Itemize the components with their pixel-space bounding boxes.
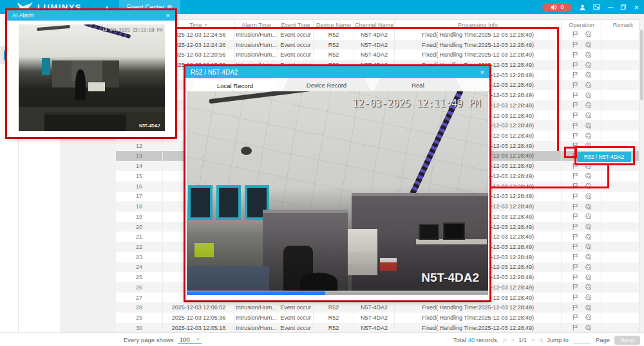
flag-icon[interactable]	[572, 284, 579, 291]
minimize-button[interactable]: —	[607, 5, 613, 10]
cell-operation	[562, 313, 602, 323]
flag-icon[interactable]	[572, 102, 579, 109]
flag-icon[interactable]	[572, 233, 579, 241]
cell-index: 24	[116, 262, 163, 273]
annotation-box-ai-alarm: AI Alarm × 12-03-2025 12:12:00 PM N5T-4D…	[5, 8, 177, 139]
sort-desc-icon[interactable]: ▼	[204, 23, 208, 27]
close-button[interactable]: ×	[634, 3, 639, 12]
record-film-icon[interactable]	[585, 284, 592, 291]
record-film-icon[interactable]	[585, 92, 592, 99]
record-film-icon[interactable]	[585, 274, 592, 281]
osd-timestamp: 12-03-2025 12:12:00 PM	[102, 27, 162, 32]
cell-remark	[602, 293, 644, 303]
close-icon[interactable]: ×	[166, 12, 170, 19]
first-page-button[interactable]: |<	[503, 337, 507, 343]
flag-icon[interactable]	[572, 31, 579, 38]
flag-icon[interactable]	[572, 92, 579, 99]
flag-icon[interactable]	[572, 112, 579, 119]
flag-icon[interactable]	[572, 213, 579, 220]
record-film-icon[interactable]	[585, 172, 592, 179]
record-film-icon[interactable]	[585, 264, 592, 271]
record-film-icon[interactable]	[585, 71, 592, 78]
cell-processing-info: Fixed( Handling Time:2025-12-03 12:28:49…	[395, 323, 562, 333]
alarm-counter-badge[interactable]: 0	[542, 3, 572, 12]
jump-button[interactable]: Jump	[614, 336, 640, 345]
flag-icon[interactable]	[572, 314, 579, 321]
close-icon[interactable]: ×	[480, 69, 484, 76]
ai-alarm-titlebar[interactable]: AI Alarm ×	[7, 10, 175, 21]
record-film-icon[interactable]	[585, 82, 592, 89]
record-film-icon[interactable]	[585, 213, 592, 220]
flag-icon[interactable]	[572, 253, 579, 260]
flag-icon[interactable]	[572, 82, 579, 89]
record-film-icon[interactable]	[585, 223, 592, 230]
record-film-icon[interactable]	[585, 294, 592, 301]
record-film-icon[interactable]	[585, 51, 592, 59]
next-page-button[interactable]: >	[531, 337, 534, 343]
flag-icon[interactable]	[572, 294, 579, 301]
tab-local-record[interactable]: Local Record	[191, 78, 279, 92]
record-film-icon[interactable]	[585, 193, 592, 200]
cell-event-type: Event occur	[278, 40, 314, 50]
record-film-icon[interactable]	[585, 112, 592, 119]
cell-remark	[602, 50, 644, 60]
flag-icon[interactable]	[572, 41, 579, 48]
prev-page-button[interactable]: <	[511, 337, 514, 343]
jump-page-input[interactable]	[573, 336, 591, 343]
video-player[interactable]: 12-03-2025 12:11:49 PM N5T-4DA2	[187, 91, 488, 291]
record-film-icon[interactable]	[585, 102, 592, 109]
cell-alarm-type: Intrusion/Hum...	[235, 30, 278, 40]
table-row[interactable]: 30 2025-12-03 12:05:18 Intrusion/Hum... …	[116, 323, 644, 333]
flag-icon[interactable]	[572, 304, 579, 311]
table-scrollbar[interactable]	[639, 19, 644, 332]
cell-processing-info: Fixed( Handling Time:2025-12-03 12:28:49…	[395, 302, 562, 313]
flag-icon[interactable]	[572, 122, 579, 129]
restore-button[interactable]	[620, 4, 627, 10]
record-film-icon[interactable]	[585, 324, 592, 331]
flag-icon[interactable]	[572, 193, 579, 200]
flag-icon[interactable]	[572, 62, 579, 69]
window-frame	[42, 58, 50, 75]
flag-icon[interactable]	[572, 264, 579, 271]
flag-icon[interactable]	[572, 71, 579, 78]
jump-to-label: Jump to	[547, 336, 569, 343]
flag-icon[interactable]	[572, 223, 579, 230]
record-film-icon[interactable]	[585, 122, 592, 129]
flag-icon[interactable]	[572, 243, 579, 250]
record-film-icon[interactable]	[585, 41, 592, 48]
record-film-icon[interactable]	[585, 304, 592, 311]
table-row[interactable]: 2 2025-12-03 12:24:26 Intrusion/Hum... E…	[116, 40, 644, 50]
record-film-icon[interactable]	[585, 132, 592, 140]
record-film-icon[interactable]	[585, 314, 592, 321]
flag-icon[interactable]	[572, 203, 579, 210]
cell-processing-info: Fixed( Handling Time:2025-12-03 12:28:49…	[395, 40, 562, 50]
flag-icon[interactable]	[572, 324, 579, 331]
scrollbar-thumb[interactable]	[640, 30, 643, 100]
table-row[interactable]: 1 2025-12-03 12:24:56 Intrusion/Hum... E…	[116, 30, 644, 40]
record-film-icon[interactable]	[585, 31, 592, 38]
page-size-select[interactable]: 100 ▼	[178, 336, 202, 344]
flag-icon[interactable]	[572, 274, 579, 281]
record-film-icon[interactable]	[585, 253, 592, 260]
record-film-icon[interactable]	[585, 243, 592, 250]
tab-device-record[interactable]: Device Record	[282, 78, 371, 91]
flag-icon[interactable]	[572, 51, 579, 59]
user-icon[interactable]	[579, 4, 586, 11]
table-row[interactable]: 28 2025-12-03 12:06:02 Intrusion/Hum... …	[116, 302, 644, 313]
table-row[interactable]: 3 2025-12-03 12:20:56 Intrusion/Hum... E…	[116, 50, 644, 60]
tab-real[interactable]: Real	[374, 78, 462, 91]
flag-icon[interactable]	[572, 132, 579, 140]
playback-progress-bar[interactable]	[187, 291, 488, 295]
last-page-button[interactable]: >|	[538, 337, 542, 343]
table-row[interactable]: 29 2025-12-03 12:05:36 Intrusion/Hum... …	[116, 313, 644, 323]
screens-icon[interactable]	[593, 4, 600, 11]
record-film-icon[interactable]	[585, 62, 592, 69]
record-film-icon[interactable]	[585, 233, 592, 241]
cell-remark	[602, 80, 644, 91]
flag-icon[interactable]	[572, 172, 579, 179]
record-film-icon[interactable]	[585, 203, 592, 210]
annotation-box-record-popup: R52 / N5T-4DA2 × Local RecordDevice Reco…	[184, 64, 491, 302]
record-popup-titlebar[interactable]: R52 / N5T-4DA2 ×	[185, 66, 489, 78]
column-header-remark: Remark	[602, 20, 644, 30]
cell-operation	[562, 302, 602, 313]
